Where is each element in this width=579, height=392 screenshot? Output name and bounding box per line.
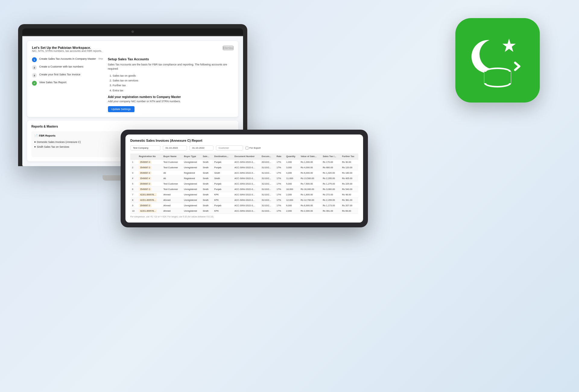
cell-num: 4 bbox=[130, 176, 137, 181]
col-num bbox=[130, 153, 137, 160]
cell-doc2: 31/10/2... bbox=[260, 203, 275, 208]
cell-type: Unregistered bbox=[182, 208, 201, 214]
cell-sale: Sindh bbox=[201, 187, 212, 192]
setup-header: Let's Set Up the Pakistan Workspace. NIC… bbox=[32, 46, 233, 56]
cell-reg: 42201-89957B... bbox=[137, 198, 161, 203]
setup-main-title: Setup Sales Tax Accounts bbox=[108, 57, 234, 61]
col-value: Value of Sale... bbox=[299, 153, 321, 160]
cell-tax: Rs 1,020.00 bbox=[321, 170, 340, 176]
cell-further: Rs 48.00 bbox=[340, 192, 358, 198]
cell-qty: 12,000 bbox=[284, 198, 299, 203]
step-1-num: 1 bbox=[32, 57, 37, 62]
cell-tax: Rs 1,173.00 bbox=[321, 203, 340, 208]
cell-value: Rs 7,500.00 bbox=[299, 181, 321, 187]
cell-further: Rs 30.00 bbox=[340, 160, 358, 165]
cell-rate: 17% bbox=[275, 187, 284, 192]
cell-buyer: Test Customer bbox=[162, 165, 182, 170]
tablet-content: Domestic Sales Invoices (Annexure C) Rep… bbox=[125, 134, 363, 223]
cell-buyer: Test Customer bbox=[162, 160, 182, 165]
cell-buyer: Ahmed bbox=[162, 192, 182, 198]
cell-doc2: 31/10/2... bbox=[260, 176, 275, 181]
cell-num: 8 bbox=[130, 198, 137, 203]
table-row: 2 3549687-3 Test Customer Unregistered S… bbox=[130, 165, 358, 170]
cell-buyer: Ali bbox=[162, 176, 182, 181]
col-dest: Destination... bbox=[213, 153, 233, 160]
cell-buyer: Test Customer bbox=[162, 187, 182, 192]
step-2: 2 Create a Customer with tax numbers bbox=[32, 65, 103, 70]
cell-reg: 3549687-3 bbox=[137, 181, 161, 187]
app-icon bbox=[455, 18, 540, 103]
fbr-report-item-1[interactable]: Domestic Sales Invoices (Annexure C) bbox=[34, 140, 128, 144]
cell-rate: 17% bbox=[275, 198, 284, 203]
monitor-top-bar bbox=[22, 28, 243, 35]
col-tax: Sales Tax /... bbox=[321, 153, 340, 160]
doc-icon: 📄 bbox=[34, 134, 38, 137]
cell-sale: Sindh bbox=[201, 160, 212, 165]
cell-num: 7 bbox=[130, 192, 137, 198]
cell-value: Rs 6,900.00 bbox=[299, 203, 321, 208]
cell-doc: ACC-SINV-2022-0... bbox=[233, 165, 260, 170]
cell-qty: 4,000 bbox=[284, 170, 299, 176]
cell-qty: 5,000 bbox=[284, 181, 299, 187]
setup-steps: 1 Create Sales Tax Accounts in Company M… bbox=[32, 57, 103, 112]
cell-dest: KPK bbox=[213, 198, 233, 203]
cell-dest: Punjab bbox=[213, 160, 233, 165]
setup-main: Setup Sales Tax Accounts Sales Tax Accou… bbox=[108, 57, 234, 112]
table-row: 5 3549687-3 Test Customer Unregistered S… bbox=[130, 181, 358, 187]
cell-further: Rs 540.00 bbox=[340, 187, 358, 192]
cell-type: Unregistered bbox=[182, 198, 201, 203]
cell-type: Registered bbox=[182, 170, 201, 176]
cell-sale: Sindh bbox=[201, 208, 212, 214]
step-1-text: Create Sales Tax Accounts in Company Mas… bbox=[39, 57, 96, 61]
table-footer: For comparison, use >5, <10 or <=324. Fo… bbox=[130, 214, 358, 218]
cell-tax: Rs 2,159.00 bbox=[321, 198, 340, 203]
cell-doc: ACC-SINV-2022-0... bbox=[233, 203, 260, 208]
cell-type: Unregistered bbox=[182, 165, 201, 170]
cell-num: 3 bbox=[130, 170, 137, 176]
reports-title: Reports & Masters bbox=[31, 125, 234, 128]
tablet-screen: Domestic Sales Invoices (Annexure C) Rep… bbox=[125, 134, 363, 223]
dismiss-button[interactable]: Dismiss bbox=[223, 46, 234, 50]
cell-rate: 17% bbox=[275, 160, 284, 165]
tablet: Domestic Sales Invoices (Annexure C) Rep… bbox=[121, 130, 368, 227]
cell-doc: ACC-SINV-2022-0... bbox=[233, 170, 260, 176]
company-filter[interactable] bbox=[130, 145, 160, 150]
cell-doc2: 31/10/2... bbox=[260, 165, 275, 170]
to-date-filter[interactable] bbox=[189, 145, 214, 150]
col-buyer: Buyer Name bbox=[162, 153, 182, 160]
cell-qty: 18,000 bbox=[284, 187, 299, 192]
step-4-text: View Sales Tax Report bbox=[39, 81, 103, 84]
svg-marker-0 bbox=[502, 39, 516, 52]
cell-further: Rs 120.00 bbox=[340, 165, 358, 170]
step-1-skip[interactable]: Skip bbox=[98, 57, 103, 60]
cell-doc2: 20/10/2... bbox=[260, 160, 275, 165]
cell-value: Rs 2,300.00 bbox=[299, 208, 321, 214]
col-reg: Registration No bbox=[137, 153, 161, 160]
fbr-report-item-2[interactable]: Sindh Sales Tax on Services bbox=[34, 144, 128, 149]
cell-rate: 17% bbox=[275, 181, 284, 187]
customer-filter[interactable] bbox=[216, 145, 243, 150]
for-export-checkbox[interactable] bbox=[245, 147, 248, 150]
for-export-label: For Export bbox=[245, 147, 261, 150]
setup-card: Let's Set Up the Pakistan Workspace. NIC… bbox=[27, 41, 238, 117]
col-doc: Document Number bbox=[233, 153, 260, 160]
cell-further: Rs 225.00 bbox=[340, 181, 358, 187]
cell-buyer: Test Customer bbox=[162, 181, 182, 187]
cell-sale: Sindh bbox=[201, 181, 212, 187]
cell-buyer: Ahmed bbox=[162, 208, 182, 214]
fbr-reports-title: 📄 FBR Reports bbox=[34, 134, 128, 137]
cell-tax: Rs 1,275.00 bbox=[321, 181, 340, 187]
monitor-camera bbox=[131, 30, 134, 33]
cell-type: Unregistered bbox=[182, 181, 201, 187]
step-3-num: 3 bbox=[32, 73, 37, 78]
cell-tax: Rs 2,295.00 bbox=[321, 176, 340, 181]
cell-dest: Punjab bbox=[213, 187, 233, 192]
update-settings-button[interactable]: Update Settings bbox=[108, 106, 134, 112]
cell-doc2: 31/10/2... bbox=[260, 208, 275, 214]
cell-rate: 17% bbox=[275, 192, 284, 198]
cell-rate: 17% bbox=[275, 203, 284, 208]
cell-rate: 17% bbox=[275, 165, 284, 170]
cell-qty: 2,000 bbox=[284, 208, 299, 214]
from-date-filter[interactable] bbox=[163, 145, 187, 150]
cell-dest: Punjab bbox=[213, 203, 233, 208]
